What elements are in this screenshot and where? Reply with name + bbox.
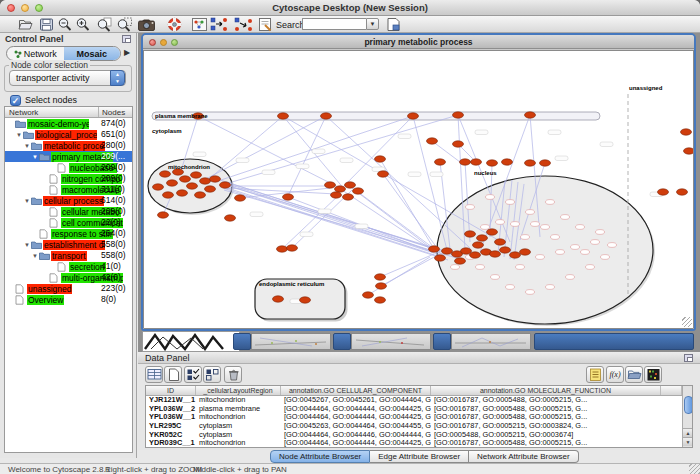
attribute-matrix-button[interactable]: [644, 366, 662, 383]
layout-a-icon[interactable]: [210, 17, 230, 32]
graph-node[interactable]: [376, 283, 387, 289]
background-window-icon[interactable]: [233, 333, 251, 350]
graph-edge[interactable]: [342, 190, 432, 250]
expand-arrow-icon[interactable]: ▼: [23, 143, 31, 149]
graph-node-small[interactable]: [511, 222, 520, 227]
table-row[interactable]: YKR052Ccytoplasm[GO:0044464, GO:0044446,…: [146, 431, 692, 440]
graph-node[interactable]: [435, 255, 446, 261]
graph-node[interactable]: [153, 184, 164, 190]
graph-edge[interactable]: [226, 182, 456, 256]
column-header-filler[interactable]: [661, 386, 682, 395]
zoom-out-icon[interactable]: [57, 17, 74, 32]
graph-node[interactable]: [378, 171, 389, 177]
expand-arrow-icon[interactable]: ▼: [31, 253, 39, 259]
app-resize-grip[interactable]: [689, 463, 700, 474]
zoom-selected-icon[interactable]: [116, 17, 133, 32]
zoom-in-icon[interactable]: [75, 17, 92, 32]
graph-node[interactable]: [278, 113, 289, 119]
table-row[interactable]: YPL036W__2plasma membrane[GO:0044464, GO…: [146, 405, 692, 414]
graph-node[interactable]: [473, 242, 484, 248]
node-color-dropdown[interactable]: transporter activity ▲▼: [9, 70, 126, 86]
graph-node[interactable]: [684, 148, 694, 154]
graph-node[interactable]: [273, 296, 284, 302]
graph-node[interactable]: [375, 156, 386, 162]
attribute-table[interactable]: ID_cellularLayoutRegionannotation.GO CEL…: [145, 385, 693, 448]
column-header[interactable]: _cellularLayoutRegion: [196, 386, 281, 395]
graph-node[interactable]: [510, 252, 521, 258]
expand-arrow-icon[interactable]: ▼: [23, 198, 31, 204]
help-icon[interactable]: [166, 17, 183, 32]
graph-node-small[interactable]: [601, 255, 610, 260]
select-nodes-checkbox[interactable]: ✓: [10, 95, 21, 106]
graph-node-small[interactable]: [571, 245, 580, 250]
search-input[interactable]: [302, 18, 366, 30]
graph-node-small[interactable]: [596, 230, 605, 235]
graph-node[interactable]: [287, 245, 298, 251]
scroll-down-button[interactable]: ▼: [683, 437, 693, 446]
graph-node-small[interactable]: [608, 243, 617, 248]
graph-node[interactable]: [220, 182, 231, 188]
tree-row[interactable]: nucleobase-209(0): [5, 162, 132, 173]
graph-node[interactable]: [455, 258, 466, 264]
annotate-icon[interactable]: [257, 17, 274, 32]
graph-node[interactable]: [375, 297, 386, 303]
formula-builder-button[interactable]: f(x): [606, 366, 624, 383]
scrollbar-thumb[interactable]: [684, 396, 693, 414]
graph-node-small[interactable]: [581, 250, 590, 255]
graph-node[interactable]: [453, 141, 464, 147]
graph-node[interactable]: [300, 297, 311, 303]
network-canvas[interactable]: plasma membranecytoplasmmitochondrionnuc…: [143, 50, 694, 329]
expand-arrow-icon[interactable]: ▼: [15, 132, 23, 138]
graph-node[interactable]: [442, 248, 453, 254]
tree-row[interactable]: secretion41(0): [5, 261, 132, 272]
background-window-icon[interactable]: [333, 333, 351, 350]
graph-node[interactable]: [477, 235, 488, 241]
graph-node-small[interactable]: [521, 235, 530, 240]
background-window-icon[interactable]: [433, 333, 451, 350]
import-attributes-button[interactable]: [625, 366, 643, 383]
attribute-table-button[interactable]: [145, 366, 163, 383]
layout-b-icon[interactable]: [234, 17, 254, 32]
graph-node[interactable]: [345, 182, 356, 188]
table-row[interactable]: YPL036W__1mitochondrion[GO:0044464, GO:0…: [146, 413, 692, 422]
graph-node[interactable]: [429, 246, 440, 252]
graph-node-small[interactable]: [551, 235, 560, 240]
graph-node[interactable]: [195, 192, 206, 198]
graph-node-small[interactable]: [491, 275, 500, 280]
graph-edge[interactable]: [380, 254, 434, 277]
graph-node-small[interactable]: [526, 290, 535, 295]
graph-node[interactable]: [427, 138, 438, 144]
graph-node[interactable]: [363, 292, 374, 298]
expand-arrow-icon[interactable]: ▼: [23, 242, 31, 248]
graph-node[interactable]: [160, 171, 171, 177]
graph-node[interactable]: [225, 215, 236, 221]
expand-arrow-icon[interactable]: ▼: [31, 154, 39, 160]
graph-node-small[interactable]: [566, 275, 575, 280]
graph-node-small[interactable]: [526, 210, 535, 215]
graph-node[interactable]: [495, 239, 506, 245]
background-window[interactable]: [251, 333, 331, 350]
graph-node-small[interactable]: [541, 225, 550, 230]
snapshot-icon[interactable]: [137, 17, 157, 32]
graph-node[interactable]: [408, 113, 419, 119]
graph-node[interactable]: [283, 194, 294, 200]
graph-node-small[interactable]: [556, 250, 565, 255]
delete-attribute-button[interactable]: [224, 366, 242, 383]
graph-node[interactable]: [453, 112, 464, 118]
float-panel-icon[interactable]: [122, 35, 131, 43]
graph-node-small[interactable]: [536, 255, 545, 260]
graph-node-small[interactable]: [586, 265, 595, 270]
graph-node-small[interactable]: [496, 220, 505, 225]
graph-node[interactable]: [490, 251, 501, 257]
graph-node-small[interactable]: [476, 265, 485, 270]
new-attribute-button[interactable]: [164, 366, 182, 383]
tab-edge-attribute-browser[interactable]: Edge Attribute Browser: [370, 450, 469, 463]
attribute-list-button[interactable]: [586, 366, 604, 383]
graph-node[interactable]: [235, 195, 246, 201]
graph-node-small[interactable]: [516, 265, 525, 270]
graph-node-small[interactable]: [506, 200, 515, 205]
tree-row[interactable]: cell communicat22(0): [5, 217, 132, 228]
search-dropdown-button[interactable]: ▼: [366, 18, 379, 30]
column-header[interactable]: ID: [146, 386, 196, 395]
tree-row[interactable]: multi-organism pro42(0): [5, 272, 132, 283]
